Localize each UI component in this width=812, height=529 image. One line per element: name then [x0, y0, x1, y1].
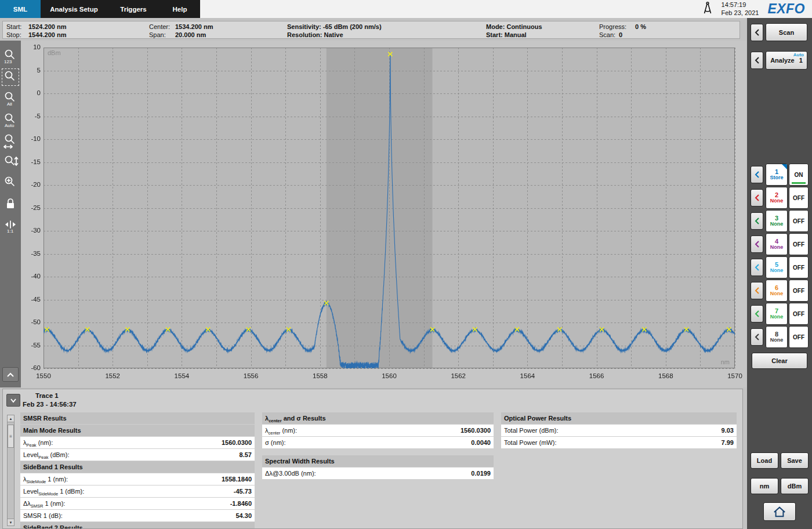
collapse-results-button[interactable]	[6, 394, 20, 407]
trace-8-select-button[interactable]	[751, 328, 763, 346]
start-label: Start:	[6, 23, 21, 30]
results-trace-title: Trace 1	[35, 392, 59, 399]
save-button[interactable]: Save	[781, 452, 809, 469]
result-section-header: Spectral Width Results	[262, 455, 494, 467]
trace-6-label-button[interactable]: 6None	[766, 280, 788, 302]
result-row: λPeak (nm):1560.0300	[20, 437, 255, 448]
spectrum-plot[interactable]	[21, 41, 747, 387]
scan-count-label: Scan:	[599, 31, 615, 38]
span-label: Span:	[149, 31, 166, 38]
result-section-header: SMSR Results	[20, 412, 255, 424]
toolbar-zoom-markers-button[interactable]: 123	[2, 48, 19, 64]
toolbar-zoom-vertical-button[interactable]	[2, 154, 19, 170]
analyze-button[interactable]: Auto Analyze 1	[766, 51, 807, 70]
trace-3-label-button[interactable]: 3None	[766, 210, 788, 232]
expand-toolbar-button[interactable]	[2, 367, 19, 382]
toolbar-zoom-all-button[interactable]: All	[2, 90, 19, 106]
trace-power-state: OFF	[793, 195, 804, 201]
trace-5-label-button[interactable]: 5None	[766, 256, 788, 278]
scan-expand-button[interactable]	[751, 24, 763, 41]
analyze-auto-label: Auto	[793, 52, 804, 57]
nm-unit-button[interactable]: nm	[751, 478, 778, 494]
results-columns: SMSR ResultsMain Mode ResultsλPeak (nm):…	[20, 412, 737, 529]
trace-power-state: OFF	[793, 311, 804, 317]
result-row: λcenter (nm):1560.0300	[262, 425, 494, 436]
toolbar-zoom-horizontal-button[interactable]	[2, 132, 19, 148]
result-section-header: SideBand 2 Results	[20, 522, 255, 529]
toolbar-scale-1-1-button[interactable]: 1:1	[2, 217, 19, 233]
analyze-number: 1	[799, 57, 803, 64]
progress-value: 0 %	[635, 23, 646, 30]
svg-text:1:1: 1:1	[7, 229, 14, 233]
result-row: LevelPeak (dBm):8.57	[20, 449, 255, 461]
zoom-horizontal-icon	[2, 132, 19, 148]
scrollbar-thumb[interactable]: ≡	[8, 425, 14, 448]
chevron-left-icon	[754, 28, 760, 37]
trace-2-label-button[interactable]: 2None	[766, 187, 788, 209]
zoom-vertical-icon	[2, 154, 19, 170]
trace-6-power-button[interactable]: OFF	[789, 280, 809, 302]
trace-1-power-button[interactable]: ON	[789, 164, 809, 186]
trace-2-power-button[interactable]: OFF	[789, 187, 809, 209]
toolbar-lock-button[interactable]	[2, 196, 19, 212]
result-value: 8.57	[240, 451, 252, 458]
trace-7-power-button[interactable]: OFF	[789, 303, 809, 325]
trace-4-select-button[interactable]	[751, 235, 763, 253]
trace-4-label-button[interactable]: 4None	[766, 233, 788, 255]
trace-state: None	[770, 314, 784, 320]
chevron-left-icon	[754, 287, 760, 295]
scan-button[interactable]: Scan	[766, 23, 807, 41]
center-value: 1534.200 nm	[175, 23, 213, 30]
trace-8-power-button[interactable]: OFF	[789, 326, 809, 348]
trace-3-select-button[interactable]	[751, 212, 763, 230]
scroll-down-icon[interactable]: ▼	[8, 519, 14, 526]
result-label: Δλ@3.00dB (nm):	[265, 470, 316, 477]
results-panel: Trace 1 Feb 23 - 14:56:37 ▲ ≡ ▼ SMSR Res…	[2, 389, 743, 529]
result-value: 9.03	[722, 427, 734, 434]
results-scrollbar[interactable]: ▲ ≡ ▼	[7, 415, 14, 526]
chevron-up-icon	[6, 372, 14, 378]
trace-7-label-button[interactable]: 7None	[766, 303, 788, 325]
trace-2-select-button[interactable]	[751, 189, 763, 206]
trace-1-label-button[interactable]: 1Store	[766, 164, 788, 186]
dbm-unit-button[interactable]: dBm	[781, 478, 809, 494]
chevron-left-icon	[754, 333, 760, 341]
trace-6-select-button[interactable]	[751, 282, 763, 299]
stop-label: Stop:	[6, 31, 21, 38]
result-label: λcenter (nm):	[265, 427, 297, 434]
load-button[interactable]: Load	[751, 452, 778, 469]
toolbar-zoom-select-button[interactable]	[2, 69, 19, 85]
trace-8-label-button[interactable]: 8None	[766, 326, 788, 348]
scan-count-value: 0	[619, 31, 622, 38]
svg-text:All: All	[7, 102, 12, 106]
trace-5-power-button[interactable]: OFF	[789, 256, 809, 278]
span-value: 20.000 nm	[175, 31, 206, 38]
result-row: SMSR 1 (dB):54.30	[20, 510, 255, 521]
trace-7-select-button[interactable]	[751, 305, 763, 323]
chevron-left-icon	[754, 240, 760, 248]
toolbar-zoom-free-button[interactable]	[2, 175, 19, 191]
trace-1-select-button[interactable]	[751, 166, 763, 183]
home-button[interactable]	[763, 502, 796, 521]
toolbar-zoom-auto-button[interactable]: Auto	[2, 111, 19, 128]
chevron-left-icon	[754, 56, 760, 64]
tab-help[interactable]: Help	[160, 0, 200, 18]
tab-triggers[interactable]: Triggers	[107, 0, 160, 18]
chevron-left-icon	[754, 263, 760, 271]
tab-sml[interactable]: SML	[0, 0, 41, 18]
clear-button[interactable]: Clear	[752, 353, 807, 369]
trace-3-power-button[interactable]: OFF	[789, 210, 809, 232]
result-row: Δλ@3.00dB (nm):0.0199	[262, 468, 494, 479]
result-section-header: Main Mode Results	[20, 425, 255, 436]
scroll-up-icon[interactable]: ▲	[8, 415, 14, 422]
active-trace-corner-icon	[782, 164, 787, 169]
trace-5-select-button[interactable]	[751, 259, 763, 276]
chevron-left-icon	[754, 310, 760, 318]
result-label: Spectral Width Results	[265, 458, 335, 465]
result-label: Total Power (dBm):	[504, 427, 559, 434]
trace-4-power-button[interactable]: OFF	[789, 233, 809, 255]
trace-state: None	[770, 338, 784, 343]
tab-analysis-setup[interactable]: Analysis Setup	[41, 0, 107, 18]
analyze-expand-button[interactable]	[751, 52, 763, 69]
result-label: ΔλSMSR 1 (nm):	[23, 500, 65, 507]
